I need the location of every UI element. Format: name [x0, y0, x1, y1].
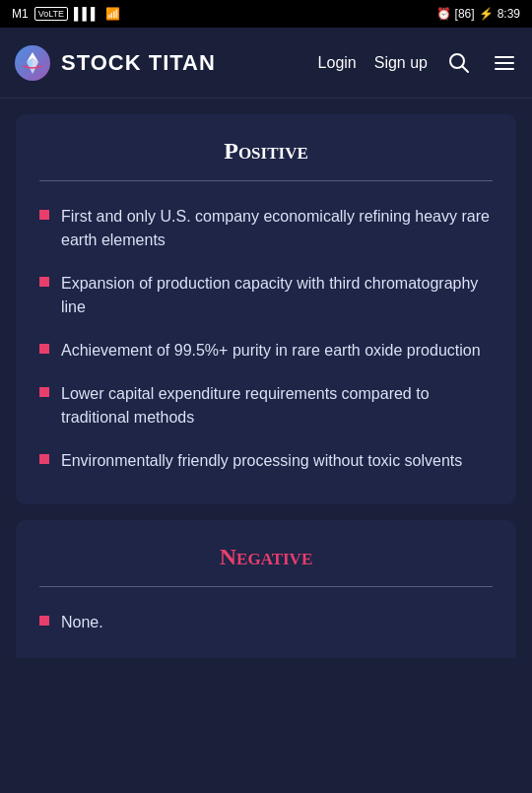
wifi-icon: 📶: [105, 7, 120, 21]
bullet-icon: [39, 454, 49, 464]
signup-link[interactable]: Sign up: [374, 54, 428, 72]
bullet-text: Expansion of production capacity with th…: [61, 272, 493, 319]
list-item: None.: [39, 611, 493, 634]
main-content: Positive First and only U.S. company eco…: [0, 99, 532, 658]
bullet-text: Environmentally friendly processing with…: [61, 449, 462, 473]
list-item: First and only U.S. company economically…: [39, 205, 493, 252]
charging-icon: ⚡: [479, 7, 494, 21]
logo-icon: [14, 44, 51, 82]
bullet-icon: [39, 387, 49, 397]
bullet-text: First and only U.S. company economically…: [61, 205, 493, 252]
negative-bullet-list: None.: [39, 611, 493, 634]
svg-line-2: [463, 66, 469, 72]
login-link[interactable]: Login: [318, 54, 357, 72]
bullet-icon: [39, 277, 49, 287]
volte-badge: VoLTE: [34, 7, 68, 21]
signal-icon: ▌▌▌: [74, 7, 100, 21]
nav-links: Login Sign up: [318, 49, 518, 77]
nav-bar: STOCK TITAN Login Sign up: [0, 28, 532, 99]
bullet-text: Lower capital expenditure requirements c…: [61, 382, 493, 430]
positive-card-title: Positive: [39, 138, 493, 165]
positive-card: Positive First and only U.S. company eco…: [16, 114, 516, 504]
alarm-icon: ⏰: [436, 7, 451, 21]
status-bar: M1 VoLTE ▌▌▌ 📶 ⏰ [86] ⚡ 8:39: [0, 0, 532, 28]
bullet-text: Achievement of 99.5%+ purity in rare ear…: [61, 339, 481, 363]
carrier-label: M1: [12, 7, 29, 21]
list-item: Environmentally friendly processing with…: [39, 449, 493, 473]
status-left: M1 VoLTE ▌▌▌ 📶: [12, 7, 120, 21]
nav-logo: STOCK TITAN: [14, 44, 216, 82]
list-item: Achievement of 99.5%+ purity in rare ear…: [39, 339, 493, 363]
time-label: 8:39: [498, 7, 520, 21]
negative-card: Negative None.: [16, 520, 516, 658]
negative-card-title: Negative: [39, 544, 493, 570]
search-button[interactable]: [445, 49, 473, 77]
list-item: Expansion of production capacity with th…: [39, 272, 493, 319]
negative-card-divider: [39, 586, 493, 587]
bullet-text: None.: [61, 611, 103, 634]
bullet-icon: [39, 344, 49, 354]
logo-text: STOCK TITAN: [61, 50, 216, 76]
menu-button[interactable]: [491, 49, 518, 77]
bullet-icon: [39, 210, 49, 220]
bullet-icon: [39, 616, 49, 626]
battery-label: [86]: [455, 7, 475, 21]
list-item: Lower capital expenditure requirements c…: [39, 382, 493, 430]
positive-card-divider: [39, 180, 493, 181]
positive-bullet-list: First and only U.S. company economically…: [39, 205, 493, 473]
status-right: ⏰ [86] ⚡ 8:39: [436, 7, 520, 21]
